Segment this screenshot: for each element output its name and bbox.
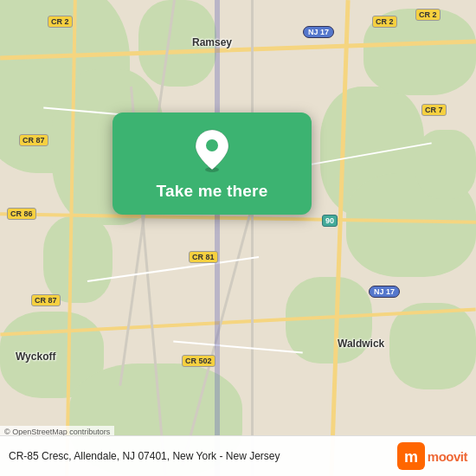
route-highlight (215, 0, 220, 476)
road-badge-cr2-top-right: CR 2 (372, 16, 397, 28)
road-badge-cr87-left: CR 87 (19, 134, 48, 146)
map-background (0, 0, 476, 476)
moovit-wordmark: moovit (428, 449, 467, 464)
road-badge-cr2-far-right: CR 2 (415, 9, 441, 21)
road-badge-90: 90 (322, 215, 338, 227)
map-pin-icon (193, 128, 231, 173)
moovit-m-icon: m (397, 442, 425, 470)
take-me-there-label: Take me there (157, 182, 268, 201)
town-label-wyckoff: Wyckoff (16, 351, 55, 363)
bottom-bar: CR-85 Cresc, Allendale, NJ 07401, New Yo… (0, 435, 476, 476)
road-badge-cr7-right: CR 7 (421, 104, 447, 116)
road-local2 (173, 340, 303, 353)
road-center-v (251, 0, 254, 476)
road-badge-cr86-left: CR 86 (7, 208, 36, 220)
town-label-ramsey: Ramsey (192, 36, 232, 48)
road-badge-cr81-mid: CR 81 (189, 251, 218, 263)
road-badge-nj17-right: NJ 17 (369, 286, 400, 298)
svg-text:m: m (404, 448, 418, 466)
green-area (389, 303, 476, 389)
map-container: CR 2 CR 2 CR 2 NJ 17 CR 87 CR 7 CR 86 CR… (0, 0, 476, 476)
green-area (43, 216, 113, 303)
road-badge-cr87-bottom: CR 87 (31, 294, 61, 306)
address-text: CR-85 Cresc, Allendale, NJ 07401, New Yo… (9, 450, 397, 462)
take-me-there-button[interactable]: Take me there (113, 113, 312, 215)
moovit-logo: m moovit (397, 442, 467, 470)
green-area (415, 130, 476, 199)
town-label-waldwick: Waldwick (338, 338, 384, 350)
road-badge-nj17-top: NJ 17 (303, 26, 334, 38)
svg-point-1 (205, 138, 219, 152)
road-badge-cr502-bottom: CR 502 (182, 355, 215, 367)
road-badge-cr2-top-left: CR 2 (48, 16, 73, 28)
